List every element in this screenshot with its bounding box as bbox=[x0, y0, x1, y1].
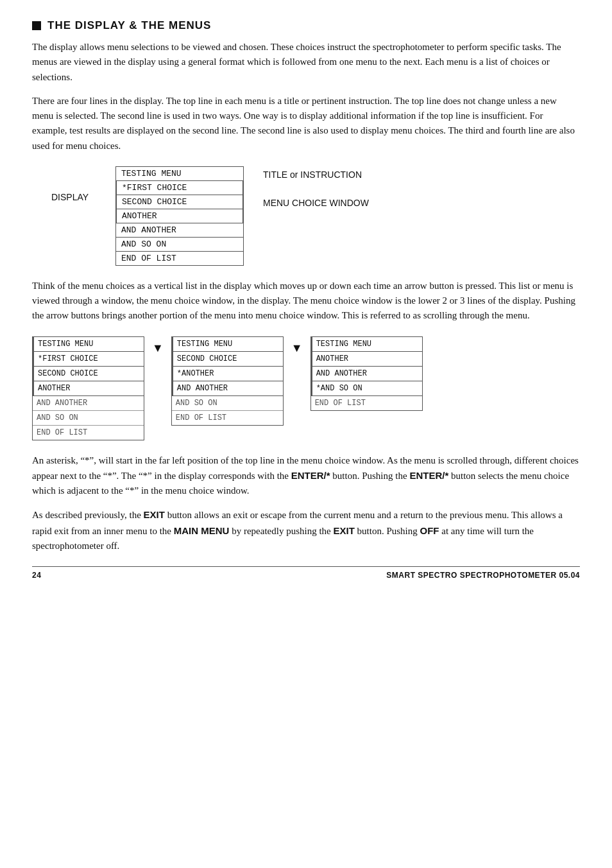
paragraph-1: The display allows menu selections to be… bbox=[32, 40, 580, 85]
p2-row-1: TESTING MENU bbox=[172, 337, 283, 352]
section-header: THE DISPLAY & THE MENUS bbox=[32, 19, 580, 32]
diagram-labels: TITLE or INSTRUCTION MENU CHOICE WINDOW bbox=[263, 166, 369, 208]
p3-row-3: AND ANOTHER bbox=[311, 367, 422, 381]
arrow-2: ▼ bbox=[284, 336, 310, 355]
p1-row-4: ANOTHER bbox=[33, 381, 144, 396]
p2-row-5: AND SO ON bbox=[172, 396, 283, 411]
p4-mid: button. Pushing the bbox=[330, 471, 410, 481]
p1-row-1: TESTING MENU bbox=[33, 337, 144, 352]
p5-start: As described previously, the bbox=[32, 510, 144, 520]
paragraph-5: As described previously, the EXIT button… bbox=[32, 507, 580, 553]
full-menu-box: TESTING MENU *FIRST CHOICE SECOND CHOICE… bbox=[115, 166, 244, 266]
p3-row-2: ANOTHER bbox=[311, 352, 422, 367]
p3-row-5: END OF LIST bbox=[311, 396, 422, 410]
paragraph-3: Think of the menu choices as a vertical … bbox=[32, 279, 580, 324]
footer-title: SMART SPECTRO SPECTROPHOTOMETER 05.04 bbox=[386, 571, 580, 580]
diagram-section: DISPLAY TESTING MENU *FIRST CHOICE SECON… bbox=[51, 166, 580, 266]
p3-row-4: *AND SO ON bbox=[311, 381, 422, 396]
menu-row-title: TESTING MENU bbox=[116, 167, 243, 181]
menu-diagram-box: TESTING MENU *FIRST CHOICE SECOND CHOICE… bbox=[115, 166, 244, 266]
display-label: DISPLAY bbox=[51, 166, 96, 202]
p1-row-5: AND ANOTHER bbox=[33, 396, 144, 411]
window-label: MENU CHOICE WINDOW bbox=[263, 198, 369, 208]
three-panels-section: TESTING MENU *FIRST CHOICE SECOND CHOICE… bbox=[32, 336, 580, 440]
footer: 24 SMART SPECTRO SPECTROPHOTOMETER 05.04 bbox=[32, 566, 580, 580]
p4-enter2: ENTER/* bbox=[409, 470, 448, 481]
page-number: 24 bbox=[32, 571, 41, 580]
arrow-1: ▼ bbox=[144, 336, 171, 355]
panel-2: TESTING MENU SECOND CHOICE *ANOTHER AND … bbox=[171, 336, 284, 426]
p5-exit: EXIT bbox=[144, 509, 165, 520]
p2-row-2: SECOND CHOICE bbox=[172, 352, 283, 367]
p1-row-2: *FIRST CHOICE bbox=[33, 352, 144, 367]
p2-row-3: *ANOTHER bbox=[172, 367, 283, 381]
p5-off: OFF bbox=[420, 525, 439, 536]
p1-row-7: END OF LIST bbox=[33, 426, 144, 440]
p3-row-1: TESTING MENU bbox=[311, 337, 422, 352]
p2-row-4: AND ANOTHER bbox=[172, 381, 283, 396]
menu-row-second: SECOND CHOICE bbox=[117, 195, 242, 209]
menu-row-and-another: AND ANOTHER bbox=[116, 223, 243, 238]
p5-mainmenu: MAIN MENU bbox=[174, 525, 230, 536]
p5-mid2: by repeatedly pushing the bbox=[229, 526, 333, 536]
p1-row-3: SECOND CHOICE bbox=[33, 367, 144, 381]
p5-mid3: button. Pushing bbox=[355, 526, 420, 536]
menu-row-first: *FIRST CHOICE bbox=[117, 181, 242, 195]
window-border: TESTING MENU *FIRST CHOICE SECOND CHOICE… bbox=[115, 166, 244, 266]
panel-3: TESTING MENU ANOTHER AND ANOTHER *AND SO… bbox=[310, 336, 423, 411]
title-label: TITLE or INSTRUCTION bbox=[263, 169, 369, 180]
menu-row-and-so-on: AND SO ON bbox=[116, 238, 243, 252]
p2-row-6: END OF LIST bbox=[172, 411, 283, 425]
p5-exit2: EXIT bbox=[334, 525, 355, 536]
p1-row-6: AND SO ON bbox=[33, 411, 144, 426]
menu-row-end-of-list: END OF LIST bbox=[116, 252, 243, 265]
paragraph-4: An asterisk, “*”, will start in the far … bbox=[32, 453, 580, 499]
header-square-icon bbox=[32, 21, 41, 30]
panel-1: TESTING MENU *FIRST CHOICE SECOND CHOICE… bbox=[32, 336, 144, 440]
p4-enter: ENTER/* bbox=[291, 470, 330, 481]
section-title: THE DISPLAY & THE MENUS bbox=[47, 19, 211, 32]
menu-row-another: ANOTHER bbox=[117, 209, 242, 223]
paragraph-2: There are four lines in the display. The… bbox=[32, 94, 580, 153]
